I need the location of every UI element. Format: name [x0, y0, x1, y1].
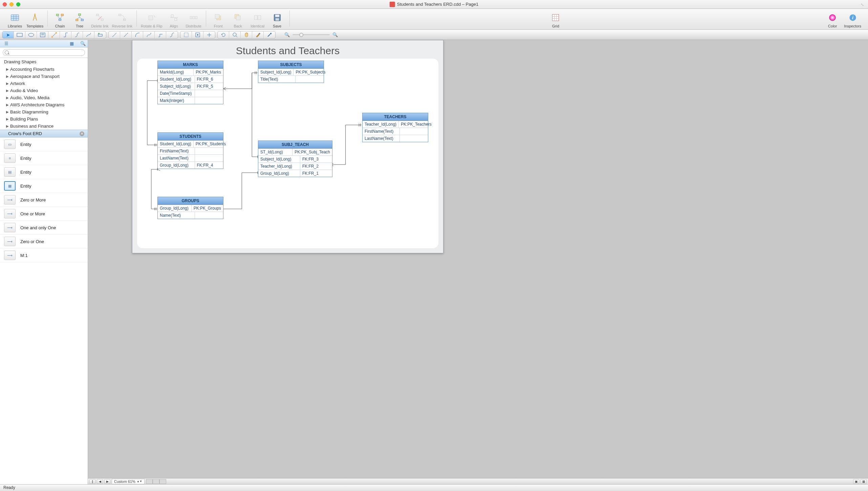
entity-subjects[interactable]: SUBJECTS Subject_Id(Long)PK:PK_SubjectsT… [258, 61, 324, 83]
entity-row[interactable]: Group_Id(Long)FK:FR_1 [258, 170, 332, 177]
entity-row[interactable]: Student_Id(Long)FK:FR_6 [158, 76, 223, 83]
connector-tool-4-icon[interactable] [83, 31, 94, 38]
shape-item[interactable]: ▤Entity [0, 165, 88, 179]
shape-item[interactable]: ⟶Zero or One [0, 235, 88, 249]
search-input[interactable] [3, 49, 85, 56]
eyedropper-icon[interactable] [252, 31, 264, 38]
chain-button[interactable]: Chain [51, 12, 69, 28]
shape-item[interactable]: ⟶Zero or More [0, 193, 88, 207]
bezier-tool-icon[interactable] [166, 31, 178, 38]
entity-row[interactable]: Name(Text) [158, 212, 223, 219]
spline-tool-icon[interactable] [143, 31, 155, 38]
page-next-icon[interactable]: ▶ [104, 479, 110, 484]
sidebar-category[interactable]: ▶AWS Architecture Diagrams [0, 101, 88, 108]
canvas-area[interactable]: Students and Teachers [88, 40, 868, 484]
arc-tool-icon[interactable] [132, 31, 143, 38]
pointer-tool-icon[interactable]: ➤ [2, 31, 14, 38]
entity-row[interactable]: Subject_Id(Long)FK:FR_5 [158, 83, 223, 90]
connector-tool-2-icon[interactable] [60, 31, 71, 38]
zoom-selector[interactable]: Custom 61%▲▼ [112, 479, 145, 484]
zoom-track[interactable] [292, 34, 330, 36]
edit-tool-1-icon[interactable] [180, 31, 192, 38]
entity-row[interactable]: Subject_Id(Long)PK:PK_Subjects [258, 69, 324, 76]
entity-row[interactable]: MarkId(Long)PK:PK_Marks [158, 69, 223, 76]
front-button[interactable]: Front [210, 12, 227, 28]
view-mode-2-icon[interactable]: ▦ [861, 479, 867, 484]
align-button[interactable]: Align [165, 12, 183, 28]
sidebar-category[interactable]: ▶Audio & Video [0, 87, 88, 94]
entity-teachers[interactable]: TEACHERS Teacher_Id(Long)PK:PK_TeachersF… [362, 113, 428, 142]
sidebar-category[interactable]: ▶Basic Diagramming [0, 108, 88, 115]
shape-item[interactable]: ⟶M:1 [0, 249, 88, 262]
entity-row[interactable]: Teacher_Id(Long)FK:FR_2 [258, 163, 332, 170]
zoom-slider[interactable]: 🔍 🔍 [284, 32, 338, 37]
refresh-icon[interactable] [218, 31, 229, 38]
entity-students[interactable]: STUDENTS Student_Id(Long)PK:PK_StudentsF… [157, 132, 223, 169]
line-tool-1-icon[interactable] [109, 31, 120, 38]
sidebar-category[interactable]: ▶Building Plans [0, 115, 88, 123]
sidebar-category[interactable]: ▶Aerospace and Transport [0, 73, 88, 80]
connector-tool-1-icon[interactable] [48, 31, 60, 38]
edit-tool-3-icon[interactable] [203, 31, 215, 38]
entity-subj-teach[interactable]: SUBJ_TEACH ST_Id(Long)PK:PK_Subj_TeachSu… [258, 141, 332, 177]
entity-row[interactable]: Subject_Id(Long)FK:FR_3 [258, 155, 332, 163]
entity-row[interactable]: Mark(Integer) [158, 97, 223, 104]
hand-tool-icon[interactable] [241, 31, 252, 38]
sidebar-category[interactable]: ▶Artwork [0, 80, 88, 87]
zoom-thumb[interactable] [299, 33, 303, 37]
color-button[interactable]: Color [824, 12, 841, 28]
reverse-link-button[interactable]: Reverse link [111, 12, 133, 28]
entity-groups[interactable]: GROUPS Group_Id(Long)PK:PK_GroupsName(Te… [157, 197, 223, 219]
entity-marks[interactable]: MARKS MarkId(Long)PK:PK_MarksStudent_Id(… [157, 61, 223, 104]
page-prev-icon[interactable]: ◀ [97, 479, 103, 484]
line-tool-2-icon[interactable] [120, 31, 132, 38]
shape-item[interactable]: ▦Entity [0, 179, 88, 193]
inspectors-button[interactable]: i Inspectors [843, 12, 862, 28]
entity-row[interactable]: ST_Id(Long)PK:PK_Subj_Teach [258, 149, 332, 155]
sidebar-category[interactable]: ▶Business and Finance [0, 123, 88, 130]
close-section-icon[interactable]: ✕ [80, 131, 84, 136]
delete-link-button[interactable]: Delete link [90, 12, 109, 28]
shape-item[interactable]: ▭Entity [0, 137, 88, 151]
identical-button[interactable]: Identical [249, 12, 266, 28]
sidebar-category[interactable]: ▶Audio, Video, Media [0, 94, 88, 101]
zoom-in-icon[interactable]: 🔍 [332, 32, 338, 37]
view-mode-1-icon[interactable]: ▣ [853, 479, 859, 484]
entity-row[interactable]: LastName(Text) [363, 135, 428, 142]
minimize-icon[interactable] [9, 2, 14, 6]
save-button[interactable]: Save [268, 12, 286, 28]
entity-row[interactable]: Date(TimeStamp) [158, 90, 223, 97]
rectangle-tool-icon[interactable] [14, 31, 25, 38]
sidebar-active-section[interactable]: Crow's Foot ERD ✕ [0, 130, 88, 137]
templates-button[interactable]: Templates [26, 12, 44, 28]
zoom-tool-icon[interactable] [229, 31, 241, 38]
libraries-button[interactable]: Libraries [6, 12, 24, 28]
sidebar-category[interactable]: ▶Accounting Flowcharts [0, 66, 88, 73]
entity-row[interactable]: Group_Id(Long)PK:PK_Groups [158, 205, 223, 212]
entity-row[interactable]: LastName(Text) [158, 154, 223, 162]
sidebar-search-toggle-icon[interactable]: 🔍 [78, 41, 88, 46]
distribute-button[interactable]: Distribute [185, 12, 202, 28]
edit-tool-2-icon[interactable] [192, 31, 203, 38]
scroll-pause-icon[interactable]: ∥ [89, 479, 95, 484]
shape-item[interactable]: ⟶One or More [0, 207, 88, 221]
shape-item[interactable]: ⟶One and only One [0, 221, 88, 235]
close-icon[interactable] [3, 2, 7, 6]
entity-row[interactable]: Student_Id(Long)PK:PK_Students [158, 141, 223, 147]
tree-button[interactable]: Tree [71, 12, 88, 28]
shape-item[interactable]: ≡Entity [0, 151, 88, 165]
polyline-tool-icon[interactable] [155, 31, 166, 38]
connector-tool-3-icon[interactable] [71, 31, 83, 38]
page-tabs[interactable] [146, 479, 166, 484]
entity-row[interactable]: Title(Text) [258, 76, 324, 83]
entity-row[interactable]: FirstName(Text) [363, 128, 428, 135]
zoom-icon[interactable] [16, 2, 20, 6]
entity-row[interactable]: Group_Id(Long)FK:FR_4 [158, 162, 223, 169]
rotate-flip-button[interactable]: Rotate & Flip [140, 12, 163, 28]
back-button[interactable]: Back [229, 12, 247, 28]
connector-tool-5-icon[interactable] [94, 31, 106, 38]
sidebar-filter-input[interactable] [13, 40, 65, 47]
sidebar-grid-view-icon[interactable]: ▦ [65, 40, 79, 47]
brush-tool-icon[interactable] [264, 31, 275, 38]
text-tool-icon[interactable] [37, 31, 48, 38]
